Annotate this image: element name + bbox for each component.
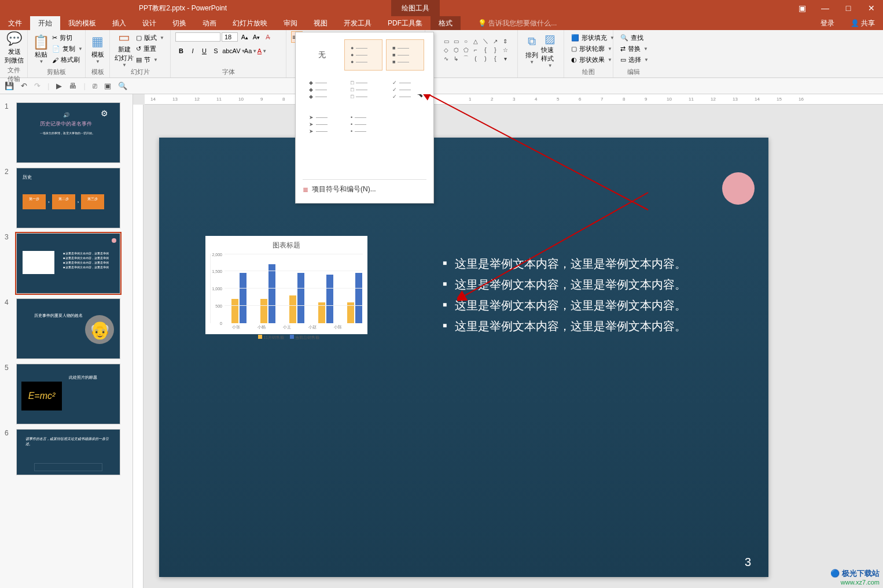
chart-object[interactable]: 图表标题 0 500 1,000 1,500 2,000 [205, 236, 367, 334]
thumb-slide-6[interactable]: 该事件的名言，或某特征相关论文或书籍摘录的一条引述。 [16, 429, 120, 475]
minimize-button[interactable]: — [814, 3, 837, 13]
thumb-slide-3[interactable]: ■ 这里是举例文本内容，这里是举例■ 这里是举例文本内容，这里是举例■ 这里是举… [16, 233, 120, 294]
section-button[interactable]: ▤ 节 ▼ [134, 55, 167, 65]
italic-button[interactable]: I [187, 45, 198, 57]
shape-arrow-icon[interactable]: ↗ [491, 37, 500, 45]
shape-rect-icon[interactable]: ▭ [442, 37, 451, 45]
bullets-numbering-dialog-link[interactable]: ≣ 项目符号和编号(N)... [303, 179, 426, 194]
shadow-button[interactable]: abc [222, 45, 233, 57]
tab-pdf[interactable]: PDF工具集 [380, 16, 431, 31]
shape-l-icon[interactable]: ⌐ [471, 46, 480, 54]
qat-redo-icon[interactable]: ↷ [34, 82, 41, 90]
qat-reading-icon[interactable]: ▣ [104, 82, 111, 90]
thumb-slide-4[interactable]: 历史事件的重要人物的姓名 👴 [16, 298, 120, 359]
close-button[interactable]: ✕ [860, 3, 883, 13]
arrange-button[interactable]: ⧉排列▼ [523, 33, 541, 66]
increase-font-button[interactable]: A▴ [239, 31, 251, 43]
tab-mytemplates[interactable]: 我的模板 [60, 16, 104, 31]
shape-paren2-icon[interactable]: ) [481, 54, 490, 62]
shape-star-icon[interactable]: ☆ [501, 46, 510, 54]
underline-button[interactable]: U [198, 45, 210, 57]
tab-developer[interactable]: 开发工具 [336, 16, 380, 31]
shape-more-icon[interactable]: ▾ [501, 54, 510, 62]
bullet-option-square[interactable]: ■■■ [386, 39, 424, 71]
qat-presenter-icon[interactable]: ⎚ [93, 82, 97, 90]
bullet-option-small-dot[interactable]: ••• [344, 109, 382, 140]
shape-effects-button[interactable]: ◐ 形状效果 ▼ [569, 55, 617, 65]
decrease-font-button[interactable]: A▾ [251, 31, 262, 43]
bullet-option-check[interactable]: ✓✓✓ [386, 74, 424, 105]
thumb-slide-2[interactable]: 历史 第一步 › 第二步 › 第三步 [16, 168, 120, 228]
shape-conn-icon[interactable]: ↳ [451, 54, 461, 62]
tab-view[interactable]: 视图 [306, 16, 336, 31]
shape-circle-icon[interactable]: ○ [461, 37, 470, 45]
shape-arc-icon[interactable]: ⌒ [461, 54, 470, 62]
tab-review[interactable]: 审阅 [275, 16, 306, 31]
tab-insert[interactable]: 插入 [104, 16, 134, 31]
qat-zoom-icon[interactable]: 🔍 [118, 82, 127, 90]
login-button[interactable]: 登录 [812, 16, 842, 31]
strike-button[interactable]: S [210, 45, 222, 57]
case-button[interactable]: Aa▼ [245, 45, 256, 57]
shape-paren1-icon[interactable]: ( [471, 54, 480, 62]
pink-circle-shape[interactable] [722, 172, 755, 205]
bullet-option-disc[interactable]: ●●● [344, 39, 382, 71]
send-wechat-button[interactable]: 💬发送 到微信 [5, 31, 24, 65]
font-family-combo[interactable] [175, 32, 220, 42]
format-painter-button[interactable]: 🖌 格式刷 [50, 55, 85, 65]
bullet-option-diamond[interactable]: ◆◆◆ [303, 74, 341, 105]
shape-hex-icon[interactable]: ⬡ [451, 46, 461, 54]
shape-brace1-icon[interactable]: { [481, 46, 490, 54]
tab-animations[interactable]: 动画 [194, 16, 225, 31]
select-button[interactable]: ▭ 选择 ▼ [618, 55, 651, 65]
reset-button[interactable]: ↺ 重置 [134, 44, 167, 54]
replace-button[interactable]: ⇄ 替换 ▼ [618, 44, 651, 54]
new-slide-button[interactable]: ▭新建 幻灯片▼ [115, 32, 134, 66]
share-button[interactable]: 👤 共享 [842, 16, 883, 31]
thumb-slide-5[interactable]: 此处照片的标题 E=mc² [16, 364, 120, 424]
ribbon-display-icon[interactable]: ▣ [790, 3, 814, 13]
tab-format[interactable]: 格式 [431, 16, 461, 31]
bullet-item[interactable]: 这里是举例文本内容，这里是举例文本内容。 [443, 316, 686, 336]
spacing-button[interactable]: AV▼ [233, 45, 245, 57]
layout-button[interactable]: ▢ 版式 ▼ [134, 33, 167, 43]
qat-print-icon[interactable]: 🖶 [69, 82, 76, 90]
cut-button[interactable]: ✂ 剪切 [50, 33, 85, 43]
shape-brk1-icon[interactable]: { [491, 54, 500, 62]
shape-updown-icon[interactable]: ⇕ [501, 37, 510, 45]
shape-diamond-icon[interactable]: ◇ [442, 46, 451, 54]
shape-tri-icon[interactable]: △ [471, 37, 480, 45]
tab-slideshow[interactable]: 幻灯片放映 [225, 16, 275, 31]
tab-home[interactable]: 开始 [30, 16, 60, 31]
shapes-gallery[interactable]: ▭▭○△＼↗⇕ ◇⬡⬠⌐{}☆ ∿↳⌒(){▾ [442, 37, 510, 62]
shape-fill-button[interactable]: 🟦 形状填充 ▼ [569, 33, 617, 43]
drawing-tools-tab[interactable]: 绘图工具 [391, 0, 440, 16]
maximize-button[interactable]: □ [837, 3, 860, 13]
quick-styles-button[interactable]: ▨快速样式▼ [541, 33, 560, 66]
qat-slideshow-icon[interactable]: ▶ [56, 82, 62, 90]
quick-access-toolbar: 💾 ↶ ↷ | ▶ 🖶 | ⎚ ▣ 🔍 [0, 78, 883, 94]
tell-me-input[interactable]: 💡 告诉我您想要做什么... [472, 16, 562, 31]
bullet-option-arrow[interactable]: ➤➤➤ [303, 109, 341, 140]
font-color-button[interactable]: A▼ [256, 45, 268, 57]
bullet-option-none[interactable]: 无 [303, 39, 341, 71]
shape-pent-icon[interactable]: ⬠ [461, 46, 470, 54]
bold-button[interactable]: B [175, 45, 187, 57]
bullet-option-hollow-square[interactable]: □□□ [344, 74, 382, 105]
font-size-combo[interactable]: 18 [222, 32, 238, 42]
shape-curve-icon[interactable]: ∿ [442, 54, 451, 62]
shape-line-icon[interactable]: ＼ [481, 37, 490, 45]
tab-file[interactable]: 文件 [0, 16, 30, 31]
shape-rect2-icon[interactable]: ▭ [451, 37, 461, 45]
copy-button[interactable]: 📄 复制 ▼ [50, 44, 85, 54]
paste-button[interactable]: 📋粘贴▼ [32, 32, 50, 66]
tab-design[interactable]: 设计 [134, 16, 164, 31]
clear-format-button[interactable]: A̶ [262, 31, 274, 43]
shape-outline-button[interactable]: ▢ 形状轮廓 ▼ [569, 44, 617, 54]
slide-thumbnails-panel[interactable]: 1 历史记录中的著名事件 一场发生的事情，改变大事物的一切开始。 ⚙ 🔊 2 历… [0, 94, 133, 588]
find-button[interactable]: 🔍 查找 [618, 33, 651, 43]
tab-transitions[interactable]: 切换 [164, 16, 194, 31]
shape-brace2-icon[interactable]: } [491, 46, 500, 54]
template-button[interactable]: ▦模板▼ [90, 32, 105, 66]
thumb-slide-1[interactable]: 历史记录中的著名事件 一场发生的事情，改变大事物的一切开始。 ⚙ 🔊 [16, 102, 120, 163]
